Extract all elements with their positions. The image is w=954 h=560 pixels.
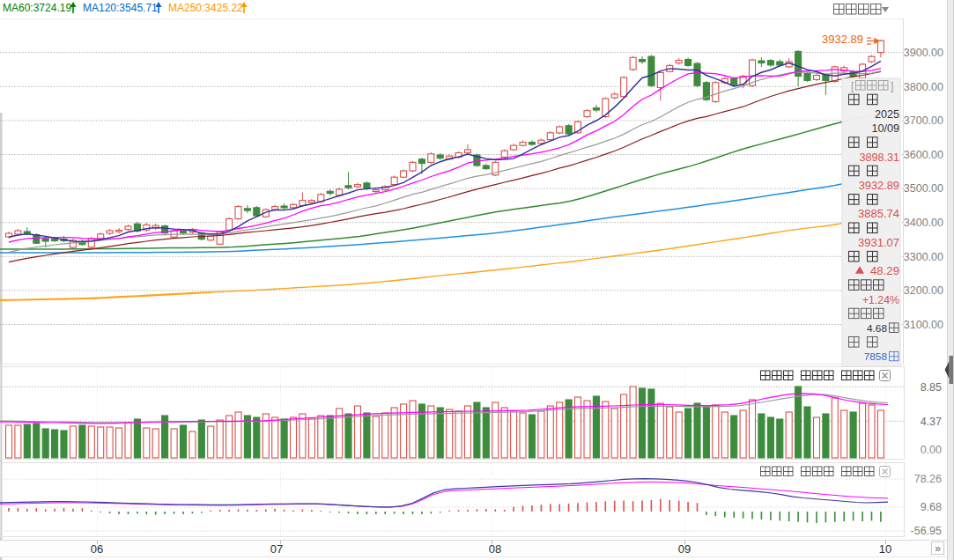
svg-text:3500.00: 3500.00: [904, 182, 943, 195]
svg-text:07: 07: [270, 542, 283, 556]
svg-text:MA250:3425.22: MA250:3425.22: [168, 2, 243, 14]
svg-text:+1.24%: +1.24%: [862, 294, 899, 306]
svg-text:4.68: 4.68: [867, 322, 887, 335]
svg-text:7858: 7858: [864, 350, 888, 363]
svg-text:»: »: [935, 542, 941, 555]
svg-text:09: 09: [678, 542, 691, 556]
svg-text:3700.00: 3700.00: [904, 114, 943, 127]
svg-text:3885.74: 3885.74: [858, 207, 899, 220]
svg-text:3600.00: 3600.00: [904, 149, 943, 161]
svg-text:06: 06: [91, 542, 103, 556]
svg-text:10: 10: [879, 542, 891, 556]
svg-text:10/09: 10/09: [871, 122, 899, 135]
svg-text:48.29: 48.29: [870, 264, 899, 277]
svg-text:3100.00: 3100.00: [904, 319, 943, 331]
svg-text:78.26: 78.26: [914, 473, 942, 485]
svg-text:3300.00: 3300.00: [904, 251, 943, 263]
svg-text:3400.00: 3400.00: [904, 217, 943, 229]
svg-text:3900.00: 3900.00: [904, 47, 943, 59]
svg-text:-56.95: -56.95: [911, 525, 942, 537]
svg-text:MA60:3724.19: MA60:3724.19: [3, 2, 71, 14]
svg-text:3898.31: 3898.31: [859, 151, 899, 164]
svg-text:0.00: 0.00: [921, 444, 942, 456]
svg-text:3931.07: 3931.07: [858, 236, 899, 249]
svg-text:08: 08: [489, 542, 501, 556]
svg-text:3800.00: 3800.00: [904, 81, 943, 93]
svg-text:8.85: 8.85: [921, 381, 942, 394]
svg-text:3200.00: 3200.00: [904, 284, 943, 297]
svg-text:4.37: 4.37: [921, 416, 942, 428]
svg-text:2025: 2025: [875, 108, 899, 121]
svg-text:3932.89: 3932.89: [859, 179, 899, 192]
svg-text:9.68: 9.68: [921, 501, 942, 513]
svg-text:]: ]: [891, 80, 893, 92]
svg-text:3932.89: 3932.89: [822, 33, 863, 46]
svg-text:MA120:3545.71: MA120:3545.71: [83, 2, 158, 14]
